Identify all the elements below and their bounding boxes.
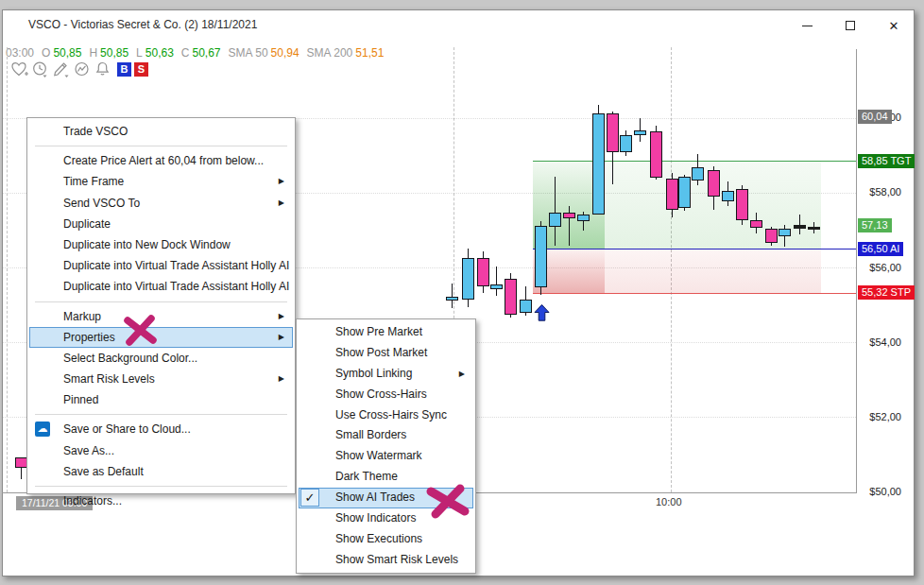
candle-body bbox=[692, 167, 704, 181]
checkmark-icon: ✓ bbox=[300, 489, 319, 507]
ai-entry-level bbox=[533, 249, 856, 249]
menu-item-smart-risk-levels[interactable]: Smart Risk Levels▶ bbox=[29, 369, 293, 389]
candle-body bbox=[592, 113, 605, 215]
candle-body bbox=[666, 179, 678, 210]
submenu-arrow-icon: ▶ bbox=[279, 171, 284, 192]
submenu-item-show-indicators[interactable]: Show Indicators bbox=[299, 508, 473, 529]
price-axis-label: $58,00 bbox=[858, 186, 901, 198]
submenu-item-show-post-market[interactable]: Show Post Market bbox=[299, 343, 473, 364]
menu-item-duplicate-new-dock[interactable]: Duplicate into New Dock Window bbox=[29, 234, 293, 255]
candle-wick bbox=[555, 177, 556, 246]
candle-body bbox=[765, 229, 778, 243]
ai-entry-badge: 56,50 AI bbox=[858, 242, 903, 256]
context-menu: Trade VSCO Create Price Alert at 60,04 f… bbox=[26, 117, 296, 494]
menu-item-markup[interactable]: Markup▶ bbox=[29, 306, 293, 327]
submenu-item-small-borders[interactable]: Small Borders bbox=[299, 425, 473, 446]
candle-body bbox=[722, 191, 734, 201]
submenu-arrow-icon: ▶ bbox=[459, 364, 465, 385]
desktop-background: { "window": { "title": "VSCO - Victorias… bbox=[0, 0, 924, 585]
menu-item-save-as-default[interactable]: Save as Default bbox=[29, 461, 293, 482]
submenu-item-show-executions[interactable]: Show Executions bbox=[299, 529, 473, 550]
menu-item-duplicate[interactable]: Duplicate bbox=[29, 214, 293, 234]
candle-body bbox=[446, 297, 458, 301]
submenu-item-show-ai-trades[interactable]: ✓Show AI Trades bbox=[299, 488, 473, 508]
candle-body bbox=[678, 177, 691, 208]
menu-separator bbox=[35, 414, 287, 415]
menu-item-pinned[interactable]: Pinned bbox=[29, 389, 293, 410]
target-price-badge: 58,85 TGT bbox=[858, 154, 915, 168]
cloud-upload-icon: ☁ bbox=[35, 422, 50, 437]
price-axis-label: $54,00 bbox=[858, 336, 901, 348]
candle-body bbox=[650, 131, 662, 178]
menu-item-duplicate-holly-ai-2[interactable]: Duplicate into Virtual Trade Assistant H… bbox=[29, 276, 293, 297]
candle-body bbox=[779, 229, 791, 236]
candle-wick bbox=[496, 267, 497, 296]
last-price-badge: 57,13 bbox=[858, 218, 892, 232]
submenu-item-show-smart-risk-levels[interactable]: Show Smart Risk Levels bbox=[299, 550, 473, 571]
menu-item-time-frame[interactable]: Time Frame▶ bbox=[29, 171, 293, 192]
submenu-arrow-icon: ▶ bbox=[279, 193, 284, 214]
candle-body bbox=[750, 220, 762, 228]
candle-body bbox=[634, 130, 646, 135]
price-axis-label: $52,00 bbox=[858, 411, 901, 422]
candle-body bbox=[808, 227, 820, 230]
menu-item-duplicate-holly-ai-1[interactable]: Duplicate into Virtual Trade Assistant H… bbox=[29, 255, 293, 276]
submenu-arrow-icon: ▶ bbox=[279, 327, 284, 348]
submenu-item-use-cross-hairs-sync[interactable]: Use Cross-Hairs Sync bbox=[299, 405, 473, 426]
buy-arrow bbox=[534, 304, 550, 321]
menu-item-properties[interactable]: Properties▶ bbox=[29, 327, 293, 348]
high-price-badge: 60,04 bbox=[858, 110, 892, 124]
candle-body bbox=[577, 215, 590, 221]
menu-separator bbox=[35, 146, 287, 146]
menu-item-send-vsco-to[interactable]: Send VSCO To▶ bbox=[29, 193, 293, 214]
submenu-arrow-icon: ▶ bbox=[279, 369, 284, 389]
menu-item-indicators[interactable]: Indicators... bbox=[29, 490, 293, 511]
candle-body bbox=[490, 284, 503, 289]
candle-body bbox=[520, 300, 532, 313]
candle-body bbox=[736, 189, 748, 220]
time-axis-label: 10:00 bbox=[656, 496, 682, 508]
stop-zone-light bbox=[605, 249, 821, 293]
candle-body bbox=[794, 225, 806, 229]
price-axis-label: $50,00 bbox=[858, 486, 901, 497]
price-axis-line bbox=[856, 49, 857, 493]
candle-body bbox=[607, 113, 619, 152]
price-axis-label: $56,00 bbox=[858, 262, 901, 273]
submenu-item-show-pre-market[interactable]: Show Pre Market bbox=[299, 322, 473, 343]
target-level bbox=[533, 161, 856, 162]
menu-item-save-as[interactable]: Save As... bbox=[29, 440, 293, 461]
menu-item-create-price-alert[interactable]: Create Price Alert at 60,04 from below..… bbox=[29, 150, 293, 171]
session-divider-line bbox=[7, 47, 8, 492]
menu-item-select-background-color[interactable]: Select Background Color... bbox=[29, 348, 293, 369]
candle-body bbox=[620, 135, 632, 152]
candle-body bbox=[505, 279, 517, 315]
menu-item-save-or-share-to-cloud[interactable]: ☁Save or Share to Cloud... bbox=[29, 419, 293, 439]
submenu-item-show-watermark[interactable]: Show Watermark bbox=[299, 446, 473, 467]
properties-submenu: Show Pre Market Show Post Market Symbol … bbox=[296, 318, 476, 574]
menu-separator bbox=[35, 486, 287, 487]
submenu-item-dark-theme[interactable]: Dark Theme bbox=[299, 467, 473, 488]
candle-body bbox=[477, 258, 489, 286]
stop-price-badge: 55,32 STP bbox=[858, 285, 915, 300]
candle-body bbox=[549, 213, 561, 227]
menu-item-trade-vsco[interactable]: Trade VSCO bbox=[29, 121, 293, 142]
menu-separator bbox=[35, 301, 287, 302]
submenu-item-symbol-linking[interactable]: Symbol Linking▶ bbox=[299, 364, 473, 385]
candle-body bbox=[708, 170, 720, 197]
submenu-arrow-icon: ▶ bbox=[279, 306, 284, 327]
candle-body bbox=[563, 213, 575, 218]
candle-body bbox=[535, 226, 547, 287]
candle-body bbox=[462, 258, 474, 300]
stop-level bbox=[533, 293, 856, 294]
submenu-item-show-cross-hairs[interactable]: Show Cross-Hairs bbox=[299, 385, 473, 405]
